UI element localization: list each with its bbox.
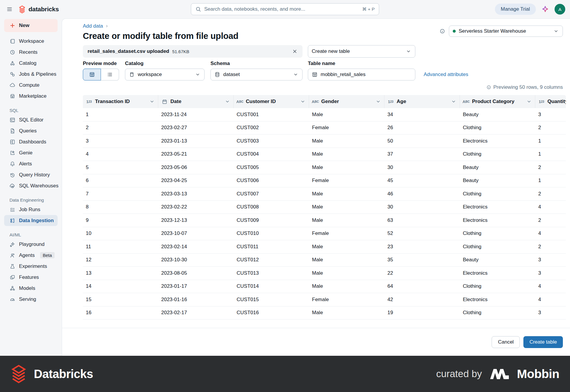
table-cell: 2023-05-06 bbox=[158, 165, 234, 170]
sidebar-item-marketplace[interactable]: Marketplace bbox=[4, 91, 58, 102]
table-cell: 2 bbox=[535, 217, 566, 223]
user-avatar[interactable]: A bbox=[555, 4, 565, 15]
catalog-select[interactable]: workspace bbox=[125, 69, 205, 80]
table-cell: 2023-10-30 bbox=[158, 257, 234, 263]
table-cell: Beauty bbox=[460, 112, 535, 118]
table-cell: 3 bbox=[535, 257, 566, 263]
sidebar-item-label: Job Runs bbox=[19, 207, 40, 213]
table-cell: 4 bbox=[535, 230, 566, 236]
sidebar-item-playground[interactable]: Playground bbox=[4, 239, 58, 250]
create-table-button[interactable]: Create table bbox=[523, 336, 563, 348]
table-cell: Clothing bbox=[460, 230, 535, 236]
column-header-label: Age bbox=[397, 99, 406, 105]
table-row: 122023-10-30CUST012Male35Beauty3 bbox=[83, 254, 566, 267]
genie-icon bbox=[10, 150, 15, 156]
table-name-input[interactable] bbox=[321, 72, 411, 78]
column-header-age[interactable]: 123Age bbox=[384, 95, 460, 108]
chevron-down-icon bbox=[300, 99, 306, 105]
main-content: Add data Serverless Starter Warehouse Cr… bbox=[62, 19, 570, 320]
column-header-date[interactable]: Date bbox=[158, 95, 234, 108]
ai-assistant-sparkle-icon[interactable] bbox=[541, 5, 549, 13]
sidebar-item-label: Recents bbox=[19, 49, 37, 55]
number-type-icon: 123 bbox=[86, 99, 92, 104]
column-header-label: Customer ID bbox=[246, 99, 276, 105]
column-header-quantity[interactable]: 123Quantity bbox=[535, 95, 566, 108]
sidebar-item-dashboards[interactable]: Dashboards bbox=[4, 136, 58, 147]
sidebar-item-sql-editor[interactable]: SQL Editor bbox=[4, 114, 58, 125]
table-cell: Female bbox=[309, 230, 384, 236]
sidebar-item-workspace[interactable]: Workspace bbox=[4, 36, 58, 47]
table-cell: 4 bbox=[535, 204, 566, 210]
table-cell: Female bbox=[309, 125, 384, 131]
sidebar-item-data-ingestion[interactable]: Data Ingestion bbox=[4, 215, 58, 226]
table-header-row: 123Transaction IDDateABCCustomer IDABCGe… bbox=[83, 95, 566, 108]
new-button[interactable]: New bbox=[4, 19, 58, 32]
cancel-button[interactable]: Cancel bbox=[492, 336, 520, 348]
info-icon[interactable] bbox=[439, 28, 445, 34]
string-type-icon: ABC bbox=[312, 99, 319, 104]
column-header-product-category[interactable]: ABCProduct Category bbox=[460, 95, 535, 108]
plus-icon bbox=[10, 23, 15, 29]
sidebar-item-serving[interactable]: Serving bbox=[4, 294, 58, 305]
table-cell: CUST016 bbox=[234, 310, 309, 316]
table-cell: Electronics bbox=[460, 217, 535, 223]
table-cell: Male bbox=[309, 270, 384, 276]
table-cell: Clothing bbox=[460, 151, 535, 157]
table-view-toggle[interactable] bbox=[83, 69, 101, 80]
table-mode-select[interactable]: Create new table bbox=[308, 45, 415, 58]
schema-group: Schema dataset bbox=[210, 61, 303, 80]
column-header-customer-id[interactable]: ABCCustomer ID bbox=[234, 95, 309, 108]
table-cell: Electronics bbox=[460, 138, 535, 144]
sidebar: New WorkspaceRecentsCatalogJobs & Pipeli… bbox=[0, 18, 62, 356]
upload-row: retail_sales_dataset.csv uploaded 51.67K… bbox=[83, 45, 563, 58]
sidebar-item-models[interactable]: Models bbox=[4, 283, 58, 294]
main-panel: Add data Serverless Starter Warehouse Cr… bbox=[62, 18, 570, 356]
sidebar-item-compute[interactable]: Compute bbox=[4, 80, 58, 91]
column-header-transaction-id[interactable]: 123Transaction ID bbox=[83, 95, 158, 108]
sidebar-item-catalog[interactable]: Catalog bbox=[4, 58, 58, 69]
table-row: 52023-05-06CUST005Male30Beauty2 bbox=[83, 161, 566, 174]
table-row: 42023-05-21CUST004Male37Clothing1 bbox=[83, 148, 566, 161]
table-cell: Male bbox=[309, 310, 384, 316]
sidebar-item-label: SQL Editor bbox=[19, 117, 44, 123]
list-view-toggle[interactable] bbox=[101, 69, 119, 80]
table-cell: 3 bbox=[535, 310, 566, 316]
table-cell: 7 bbox=[83, 191, 158, 197]
breadcrumb-add-data-link[interactable]: Add data bbox=[83, 23, 103, 29]
sidebar-item-agents[interactable]: AgentsBeta bbox=[4, 250, 58, 261]
search-input[interactable] bbox=[204, 6, 359, 12]
schema-select[interactable]: dataset bbox=[210, 69, 303, 80]
sidebar-item-sql-warehouses[interactable]: SQL Warehouses bbox=[4, 180, 58, 191]
jobs-pipelines-icon bbox=[10, 71, 15, 77]
table-name-field[interactable] bbox=[308, 69, 415, 80]
string-type-icon: ABC bbox=[463, 99, 469, 104]
global-search[interactable]: ⌘ + P bbox=[191, 3, 379, 15]
form-actions-bar: Cancel Create table bbox=[62, 328, 570, 356]
sidebar-item-queries[interactable]: Queries bbox=[4, 125, 58, 136]
sidebar-item-experiments[interactable]: Experiments bbox=[4, 261, 58, 272]
info-icon bbox=[486, 85, 491, 90]
marketplace-icon bbox=[10, 93, 15, 99]
sidebar-item-genie[interactable]: Genie bbox=[4, 147, 58, 158]
sidebar-item-query-history[interactable]: Query History bbox=[4, 169, 58, 180]
sidebar-item-jobs-pipelines[interactable]: Jobs & Pipelines bbox=[4, 69, 58, 80]
remove-file-icon[interactable] bbox=[292, 48, 298, 54]
table-cell: 2 bbox=[535, 244, 566, 250]
table-cell: 2023-02-22 bbox=[158, 204, 234, 210]
sidebar-item-recents[interactable]: Recents bbox=[4, 47, 58, 58]
sidebar-item-alerts[interactable]: Alerts bbox=[4, 158, 58, 169]
catalog-label: Catalog bbox=[125, 61, 205, 67]
table-cell: CUST004 bbox=[234, 151, 309, 157]
warehouse-select[interactable]: Serverless Starter Warehouse bbox=[449, 26, 563, 37]
sidebar-item-job-runs[interactable]: Job Runs bbox=[4, 204, 58, 215]
databricks-brand[interactable]: databricks bbox=[18, 5, 59, 13]
table-cell: Male bbox=[309, 191, 384, 197]
chevron-down-icon bbox=[195, 72, 201, 78]
sidebar-item-features[interactable]: Features bbox=[4, 272, 58, 283]
manage-trial-button[interactable]: Manage Trial bbox=[495, 4, 536, 15]
table-row: 102023-10-07CUST010Female52Clothing4 bbox=[83, 227, 566, 241]
hamburger-menu-icon[interactable] bbox=[7, 6, 12, 12]
table-cell: CUST001 bbox=[234, 112, 309, 118]
column-header-gender[interactable]: ABCGender bbox=[309, 95, 384, 108]
advanced-attributes-link[interactable]: Advanced attributes bbox=[424, 72, 468, 78]
